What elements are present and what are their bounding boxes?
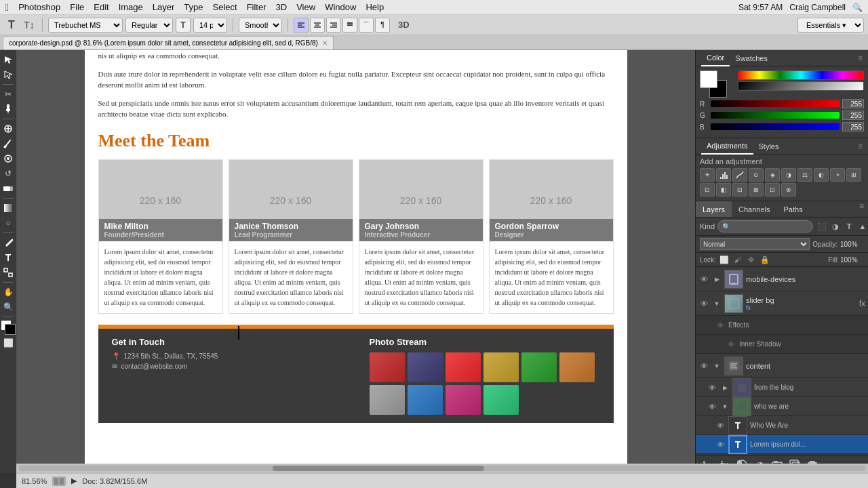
channels-tab[interactable]: Channels xyxy=(732,201,776,217)
styles-tab[interactable]: Styles xyxy=(753,138,785,155)
menu-window[interactable]: Window xyxy=(325,2,356,12)
levels-adj-btn[interactable] xyxy=(716,168,731,182)
char-panel-btn[interactable]: ¶ xyxy=(375,18,390,33)
layers-tab[interactable]: Layers xyxy=(696,201,732,217)
hue-spectrum[interactable] xyxy=(738,70,864,80)
b-input[interactable]: 255 xyxy=(842,122,864,131)
adjustments-tab[interactable]: Adjustments xyxy=(701,138,753,155)
vis-content[interactable]: 👁 xyxy=(698,361,709,371)
layer-content[interactable]: 👁 ▼ content xyxy=(696,354,868,378)
photo-2[interactable] xyxy=(408,352,443,382)
photo-7[interactable] xyxy=(370,385,405,415)
photo-1[interactable] xyxy=(370,352,405,382)
apple-menu[interactable]:  xyxy=(5,2,9,13)
path-tool[interactable] xyxy=(1,266,15,279)
brightness-adj-btn[interactable]: ☀ xyxy=(700,168,715,182)
photo-6[interactable] xyxy=(559,352,595,382)
lock-transparent-icon[interactable]: ⬜ xyxy=(719,254,730,265)
canvas-scroll[interactable]: nis ut aliquip ex ea commodo consequat. … xyxy=(16,50,695,473)
filter-text-icon[interactable]: T xyxy=(843,220,855,232)
pen-tool[interactable] xyxy=(1,236,15,249)
quick-mask-toggle[interactable]: ⬜ xyxy=(1,336,15,350)
align-left-btn[interactable] xyxy=(294,18,309,33)
layers-panel-collapse[interactable]: ≡ xyxy=(855,201,868,217)
layer-lorem-ipsum[interactable]: 👁 T Lorem ipsum dol... xyxy=(696,435,868,454)
menu-view[interactable]: View xyxy=(296,2,315,12)
text-orient-icon[interactable]: T↕ xyxy=(22,18,37,33)
vis-from-the-blog[interactable]: 👁 xyxy=(707,382,717,393)
expand-who-we-are[interactable]: ▼ xyxy=(720,403,730,410)
photo-3[interactable] xyxy=(446,352,481,382)
menu-type[interactable]: Type xyxy=(184,2,203,12)
menu-layer[interactable]: Layer xyxy=(153,2,175,12)
brush-tool[interactable] xyxy=(1,137,15,150)
antialiasing-select[interactable]: Smooth xyxy=(239,18,282,33)
expand-from-the-blog[interactable]: ▶ xyxy=(720,384,730,391)
font-family-select[interactable]: Trebuchet MS xyxy=(48,18,123,33)
align-center-btn[interactable] xyxy=(310,18,325,33)
selectivecolor-adj-btn[interactable]: ⊕ xyxy=(781,183,796,197)
crop-tool[interactable]: ✂ xyxy=(1,87,15,101)
layers-search-input[interactable] xyxy=(717,220,813,232)
menu-3d[interactable]: 3D xyxy=(276,2,288,12)
eyedropper-tool[interactable] xyxy=(1,102,15,116)
menu-photoshop[interactable]: Photoshop xyxy=(18,2,60,12)
vis-who-we-are-text[interactable]: 👁 xyxy=(715,420,726,431)
layers-list[interactable]: 👁 ▶ mobile-devices 👁 ▼ xyxy=(696,267,868,455)
history-tool[interactable]: ↺ xyxy=(1,167,15,180)
clone-tool[interactable] xyxy=(1,152,15,165)
lock-move-icon[interactable]: ✥ xyxy=(746,254,757,265)
layer-from-the-blog[interactable]: 👁 ▶ from the blog xyxy=(696,378,868,397)
vis-slider-bg[interactable]: 👁 xyxy=(698,298,709,309)
lock-paint-icon[interactable]: 🖌 xyxy=(732,254,743,265)
foreground-color[interactable] xyxy=(1,320,16,335)
layer-mobile-devices[interactable]: 👁 ▶ mobile-devices xyxy=(696,267,868,291)
blend-mode-select[interactable]: Normal xyxy=(700,238,810,250)
type-tool[interactable]: T xyxy=(1,251,15,264)
path-select-tool[interactable] xyxy=(1,68,15,81)
font-style-select[interactable]: Regular xyxy=(125,18,173,33)
photo-10[interactable] xyxy=(484,385,519,415)
photo-5[interactable] xyxy=(521,352,557,382)
hand-tool[interactable]: ✋ xyxy=(1,285,15,299)
blue-slider[interactable] xyxy=(711,123,840,130)
foreground-swatch[interactable] xyxy=(700,70,717,88)
swatches-tab[interactable]: Swatches xyxy=(730,50,773,66)
selection-tool[interactable] xyxy=(1,53,15,66)
paths-tab[interactable]: Paths xyxy=(777,201,810,217)
filter-shape-icon[interactable]: ▲ xyxy=(856,220,868,232)
vis-mobile-devices[interactable]: 👁 xyxy=(698,274,709,285)
photo-8[interactable] xyxy=(408,385,443,415)
menu-help[interactable]: Help xyxy=(366,2,384,12)
align-justify-btn[interactable] xyxy=(342,18,357,33)
menu-image[interactable]: Image xyxy=(119,2,143,12)
essentials-select[interactable]: Essentials ▾ xyxy=(797,18,864,33)
eraser-tool[interactable] xyxy=(1,182,15,195)
text-tool-icon[interactable]: T xyxy=(4,18,19,33)
document-tab[interactable]: corporate-design.psd @ 81.6% (Lorem ipsu… xyxy=(3,36,334,49)
g-input[interactable]: 255 xyxy=(842,110,864,120)
vis-effects[interactable]: 👁 xyxy=(715,320,726,331)
expand-content[interactable]: ▼ xyxy=(712,363,722,369)
bw-adj-btn[interactable]: ◐ xyxy=(814,168,829,182)
exposure-adj-btn[interactable]: ⊙ xyxy=(749,168,764,182)
brightness-spectrum[interactable] xyxy=(738,81,864,91)
threshold-adj-btn[interactable]: ⊠ xyxy=(749,183,764,197)
posterize-adj-btn[interactable]: ⊟ xyxy=(732,183,747,197)
fx-icon-slider-bg[interactable]: fx xyxy=(859,299,865,308)
photo-4[interactable] xyxy=(484,352,519,382)
colorlookup-adj-btn[interactable]: ⊡ xyxy=(700,183,715,197)
r-input[interactable]: 255 xyxy=(842,99,864,108)
layer-effects[interactable]: 👁 Effects xyxy=(696,316,868,335)
color-tab[interactable]: Color xyxy=(701,50,730,66)
tab-close-btn[interactable]: ✕ xyxy=(322,39,328,47)
vis-inner-shadow[interactable]: 👁 xyxy=(726,339,736,350)
healing-tool[interactable] xyxy=(1,122,15,136)
layer-slider-bg[interactable]: 👁 ▼ slider bg fx fx xyxy=(696,291,868,316)
vibrance-adj-btn[interactable]: ◈ xyxy=(765,168,780,182)
menu-file[interactable]: File xyxy=(70,2,84,12)
panel-collapse-btn[interactable]: ≡ xyxy=(858,54,863,63)
photo-9[interactable] xyxy=(446,385,481,415)
curves-adj-btn[interactable] xyxy=(732,168,747,182)
green-slider[interactable] xyxy=(711,112,840,119)
